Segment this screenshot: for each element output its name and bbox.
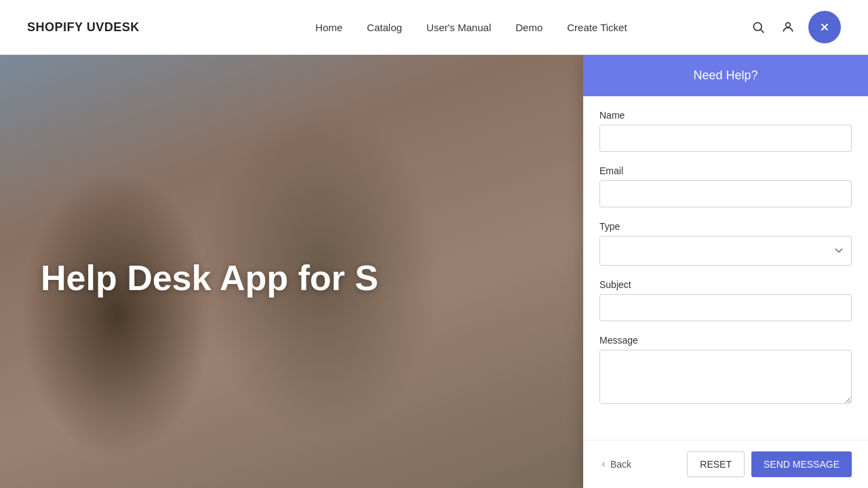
type-label: Type xyxy=(599,221,852,232)
search-icon xyxy=(751,20,765,34)
email-label: Email xyxy=(599,165,852,176)
back-button[interactable]: Back xyxy=(599,459,631,470)
type-select[interactable]: General Support Billing Technical xyxy=(599,236,852,266)
subject-label: Subject xyxy=(599,279,852,290)
search-button[interactable] xyxy=(749,18,768,37)
svg-point-0 xyxy=(753,22,762,30)
reset-button[interactable]: RESET xyxy=(687,451,745,477)
nav-create-ticket[interactable]: Create Ticket xyxy=(567,22,627,33)
user-icon xyxy=(781,20,795,34)
site-logo: SHOPIFY UVDESK xyxy=(27,20,140,35)
email-group: Email xyxy=(599,165,852,207)
subject-input[interactable] xyxy=(599,294,852,321)
type-group: Type General Support Billing Technical xyxy=(599,221,852,266)
main-nav: Home Catalog User's Manual Demo Create T… xyxy=(194,22,749,33)
message-group: Message xyxy=(599,335,852,407)
nav-demo[interactable]: Demo xyxy=(515,22,542,33)
help-panel: Need Help? Name Email Type General Suppo… xyxy=(583,55,868,488)
name-input[interactable] xyxy=(599,125,852,152)
name-group: Name xyxy=(599,110,852,152)
help-panel-title: Need Help? xyxy=(583,55,868,96)
nav-manual[interactable]: User's Manual xyxy=(427,22,491,33)
svg-point-2 xyxy=(786,22,791,27)
send-message-button[interactable]: SEND MESSAGE xyxy=(751,451,852,477)
svg-line-1 xyxy=(761,30,764,33)
footer-actions: RESET SEND MESSAGE xyxy=(687,451,852,477)
chevron-left-icon xyxy=(599,460,608,468)
header-icons xyxy=(749,11,841,43)
message-label: Message xyxy=(599,335,852,346)
help-panel-body: Name Email Type General Support Billing … xyxy=(583,96,868,440)
hero-section: Help Desk App for S xyxy=(0,55,583,488)
subject-group: Subject xyxy=(599,279,852,321)
user-button[interactable] xyxy=(778,18,797,37)
nav-home[interactable]: Home xyxy=(315,22,342,33)
close-panel-button[interactable] xyxy=(808,11,841,43)
nav-catalog[interactable]: Catalog xyxy=(367,22,402,33)
help-panel-footer: Back RESET SEND MESSAGE xyxy=(583,440,868,488)
main-header: SHOPIFY UVDESK Home Catalog User's Manua… xyxy=(0,0,868,55)
close-icon xyxy=(818,21,831,33)
message-textarea[interactable] xyxy=(599,350,852,404)
email-input[interactable] xyxy=(599,180,852,207)
hero-text: Help Desk App for S xyxy=(41,258,378,298)
name-label: Name xyxy=(599,110,852,121)
